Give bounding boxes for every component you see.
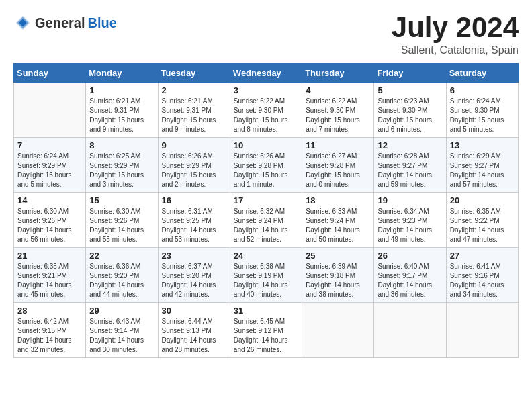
day-number: 7: [17, 140, 82, 150]
calendar-cell: 31Sunrise: 6:45 AMSunset: 9:12 PMDayligh…: [230, 303, 302, 358]
day-number: 2: [162, 85, 226, 95]
day-number: 29: [89, 306, 154, 316]
day-number: 16: [162, 195, 226, 205]
day-info: Sunrise: 6:23 AMSunset: 9:30 PMDaylight:…: [378, 97, 442, 134]
calendar-cell: 21Sunrise: 6:35 AMSunset: 9:21 PMDayligh…: [14, 248, 86, 303]
logo-general-text: General: [35, 15, 85, 31]
calendar-cell: 26Sunrise: 6:40 AMSunset: 9:17 PMDayligh…: [374, 248, 446, 303]
logo: GeneralBlue: [13, 13, 117, 32]
calendar-cell: 25Sunrise: 6:39 AMSunset: 9:18 PMDayligh…: [302, 248, 374, 303]
calendar-cell: 24Sunrise: 6:38 AMSunset: 9:19 PMDayligh…: [230, 248, 302, 303]
month-year-title: July 2024: [392, 13, 519, 42]
day-info: Sunrise: 6:35 AMSunset: 9:22 PMDaylight:…: [450, 207, 515, 244]
calendar-header-row: SundayMondayTuesdayWednesdayThursdayFrid…: [14, 64, 519, 83]
calendar-cell: 23Sunrise: 6:37 AMSunset: 9:20 PMDayligh…: [158, 248, 230, 303]
calendar-cell: [14, 83, 86, 138]
calendar-cell: 20Sunrise: 6:35 AMSunset: 9:22 PMDayligh…: [446, 193, 518, 248]
day-info: Sunrise: 6:43 AMSunset: 9:14 PMDaylight:…: [89, 317, 154, 355]
day-info: Sunrise: 6:33 AMSunset: 9:24 PMDaylight:…: [306, 207, 370, 244]
calendar-cell: 17Sunrise: 6:32 AMSunset: 9:24 PMDayligh…: [230, 193, 302, 248]
day-info: Sunrise: 6:39 AMSunset: 9:18 PMDaylight:…: [306, 262, 370, 300]
day-info: Sunrise: 6:22 AMSunset: 9:30 PMDaylight:…: [306, 97, 370, 134]
weekday-header-tuesday: Tuesday: [158, 64, 230, 83]
calendar-cell: 9Sunrise: 6:26 AMSunset: 9:29 PMDaylight…: [158, 138, 230, 193]
logo-icon: [13, 13, 32, 32]
day-number: 5: [378, 85, 442, 95]
day-info: Sunrise: 6:40 AMSunset: 9:17 PMDaylight:…: [378, 262, 442, 300]
day-number: 12: [378, 140, 442, 150]
day-number: 11: [306, 140, 370, 150]
day-number: 1: [89, 85, 154, 95]
calendar-cell: 15Sunrise: 6:30 AMSunset: 9:26 PMDayligh…: [86, 193, 158, 248]
calendar-week-row: 7Sunrise: 6:24 AMSunset: 9:29 PMDaylight…: [14, 138, 519, 193]
day-number: 3: [234, 85, 298, 95]
day-number: 14: [17, 195, 82, 205]
calendar-cell: [446, 303, 518, 358]
day-number: 8: [89, 140, 154, 150]
calendar-cell: [302, 303, 374, 358]
location-subtitle: Sallent, Catalonia, Spain: [392, 44, 519, 56]
calendar-cell: 22Sunrise: 6:36 AMSunset: 9:20 PMDayligh…: [86, 248, 158, 303]
day-number: 31: [234, 306, 298, 316]
day-number: 10: [234, 140, 298, 150]
day-number: 25: [306, 250, 370, 261]
day-info: Sunrise: 6:34 AMSunset: 9:23 PMDaylight:…: [378, 207, 442, 244]
day-number: 18: [306, 195, 370, 205]
day-info: Sunrise: 6:24 AMSunset: 9:29 PMDaylight:…: [17, 152, 82, 189]
day-info: Sunrise: 6:37 AMSunset: 9:20 PMDaylight:…: [162, 262, 226, 300]
calendar-cell: 7Sunrise: 6:24 AMSunset: 9:29 PMDaylight…: [14, 138, 86, 193]
calendar-table: SundayMondayTuesdayWednesdayThursdayFrid…: [13, 63, 519, 358]
day-number: 23: [162, 250, 226, 261]
day-info: Sunrise: 6:42 AMSunset: 9:15 PMDaylight:…: [17, 317, 82, 355]
calendar-cell: 1Sunrise: 6:21 AMSunset: 9:31 PMDaylight…: [86, 83, 158, 138]
day-info: Sunrise: 6:24 AMSunset: 9:30 PMDaylight:…: [450, 97, 515, 134]
day-info: Sunrise: 6:22 AMSunset: 9:30 PMDaylight:…: [234, 97, 298, 134]
day-number: 22: [89, 250, 154, 261]
day-number: 20: [450, 195, 515, 205]
weekday-header-friday: Friday: [374, 64, 446, 83]
day-number: 24: [234, 250, 298, 261]
calendar-cell: 29Sunrise: 6:43 AMSunset: 9:14 PMDayligh…: [86, 303, 158, 358]
calendar-cell: [374, 303, 446, 358]
day-info: Sunrise: 6:26 AMSunset: 9:29 PMDaylight:…: [162, 152, 226, 189]
day-number: 15: [89, 195, 154, 205]
calendar-week-row: 21Sunrise: 6:35 AMSunset: 9:21 PMDayligh…: [14, 248, 519, 303]
day-info: Sunrise: 6:21 AMSunset: 9:31 PMDaylight:…: [89, 97, 154, 134]
day-info: Sunrise: 6:36 AMSunset: 9:20 PMDaylight:…: [89, 262, 154, 300]
calendar-cell: 28Sunrise: 6:42 AMSunset: 9:15 PMDayligh…: [14, 303, 86, 358]
calendar-cell: 10Sunrise: 6:26 AMSunset: 9:28 PMDayligh…: [230, 138, 302, 193]
day-number: 4: [306, 85, 370, 95]
calendar-week-row: 28Sunrise: 6:42 AMSunset: 9:15 PMDayligh…: [14, 303, 519, 358]
calendar-cell: 16Sunrise: 6:31 AMSunset: 9:25 PMDayligh…: [158, 193, 230, 248]
calendar-cell: 6Sunrise: 6:24 AMSunset: 9:30 PMDaylight…: [446, 83, 518, 138]
day-info: Sunrise: 6:25 AMSunset: 9:29 PMDaylight:…: [89, 152, 154, 189]
day-info: Sunrise: 6:28 AMSunset: 9:27 PMDaylight:…: [378, 152, 442, 189]
day-info: Sunrise: 6:27 AMSunset: 9:28 PMDaylight:…: [306, 152, 370, 189]
day-info: Sunrise: 6:26 AMSunset: 9:28 PMDaylight:…: [234, 152, 298, 189]
calendar-cell: 27Sunrise: 6:41 AMSunset: 9:16 PMDayligh…: [446, 248, 518, 303]
day-info: Sunrise: 6:30 AMSunset: 9:26 PMDaylight:…: [89, 207, 154, 244]
calendar-cell: 3Sunrise: 6:22 AMSunset: 9:30 PMDaylight…: [230, 83, 302, 138]
calendar-cell: 4Sunrise: 6:22 AMSunset: 9:30 PMDaylight…: [302, 83, 374, 138]
weekday-header-sunday: Sunday: [14, 64, 86, 83]
day-number: 19: [378, 195, 442, 205]
day-number: 9: [162, 140, 226, 150]
title-section: July 2024 Sallent, Catalonia, Spain: [392, 13, 519, 56]
calendar-cell: 8Sunrise: 6:25 AMSunset: 9:29 PMDaylight…: [86, 138, 158, 193]
day-info: Sunrise: 6:21 AMSunset: 9:31 PMDaylight:…: [162, 97, 226, 134]
logo-blue-text: Blue: [87, 15, 116, 31]
page-header: GeneralBlue July 2024 Sallent, Catalonia…: [13, 13, 519, 56]
calendar-cell: 5Sunrise: 6:23 AMSunset: 9:30 PMDaylight…: [374, 83, 446, 138]
day-number: 28: [17, 306, 82, 316]
calendar-cell: 13Sunrise: 6:29 AMSunset: 9:27 PMDayligh…: [446, 138, 518, 193]
day-number: 30: [162, 306, 226, 316]
day-number: 17: [234, 195, 298, 205]
day-number: 13: [450, 140, 515, 150]
calendar-cell: 18Sunrise: 6:33 AMSunset: 9:24 PMDayligh…: [302, 193, 374, 248]
day-info: Sunrise: 6:45 AMSunset: 9:12 PMDaylight:…: [234, 317, 298, 355]
day-info: Sunrise: 6:35 AMSunset: 9:21 PMDaylight:…: [17, 262, 82, 300]
weekday-header-wednesday: Wednesday: [230, 64, 302, 83]
calendar-cell: 19Sunrise: 6:34 AMSunset: 9:23 PMDayligh…: [374, 193, 446, 248]
day-info: Sunrise: 6:31 AMSunset: 9:25 PMDaylight:…: [162, 207, 226, 244]
day-info: Sunrise: 6:38 AMSunset: 9:19 PMDaylight:…: [234, 262, 298, 300]
